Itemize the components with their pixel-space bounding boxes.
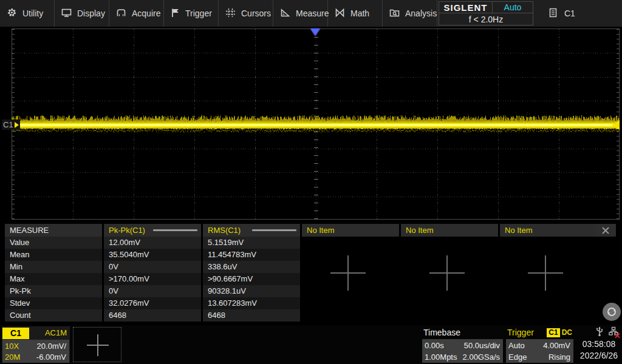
menu-item-display[interactable]: Display [55,0,109,27]
table-row: Count 6468 6468 [5,309,621,322]
volts-per-div: 20.0mV/ [37,341,66,351]
measure-column-empty-1[interactable]: No Item [302,224,399,237]
menu-item-analysis[interactable]: Analysis [383,0,437,27]
brand-logo: SIGLENT [439,2,493,13]
plus-icon [87,334,109,356]
gear-icon [7,7,17,19]
menu-label: Measure [296,8,329,18]
close-icon [601,226,610,235]
trigger-level: 4.00mV [543,340,570,351]
menu-item-acquire[interactable]: Acquire [109,0,164,27]
trigger-frequency: f < 2.0Hz [439,13,533,25]
measure-column-rms[interactable]: RMS(C1) [203,224,300,237]
analysis-icon [389,8,400,19]
table-row: Stdev 32.0276mV 13.607283mV [5,297,621,309]
trigger-title: Trigger [507,328,534,337]
memory-depth: 1.00Mpts [425,352,457,362]
list-icon [549,8,557,19]
channel1-descriptor[interactable]: C1 AC1M 10X 20.0mV/ 20M -6.00mV [2,326,70,363]
oscilloscope-screen: Utility Display Acquire Trigger Cursors [0,0,622,364]
cursors-icon [225,8,236,19]
time-per-div: 50.0us/div [464,340,500,351]
acquire-icon [116,8,126,19]
menu-label: Trigger [185,8,212,18]
flag-icon [171,8,180,19]
display-icon [61,8,72,19]
menu-item-utility[interactable]: Utility [0,0,55,27]
menu-label: C1 [564,8,575,18]
menu-item-trigger[interactable]: Trigger [164,0,219,27]
system-time: 03:58:08 [583,339,616,350]
menu-item-measure[interactable]: Measure [273,0,328,27]
refresh-icon [605,305,618,318]
bottom-bar: C1 AC1M 10X 20.0mV/ 20M -6.00mV Timebase [0,325,622,364]
measure-title: MEASURE [5,224,102,237]
add-channel-button[interactable] [73,327,121,362]
measure-icon [280,8,290,19]
lan-disconnected-icon: ✕ [609,326,618,339]
system-date: 2022/6/26 [580,350,618,362]
timebase-title: Timebase [423,328,460,337]
add-measurement-button[interactable] [528,255,563,291]
menu-bar: Utility Display Acquire Trigger Cursors [0,0,622,27]
menu-label: Math [350,8,369,18]
measure-column-pkpk[interactable]: Pk-Pk(C1) [104,224,201,237]
acquisition-status: Auto [493,2,533,13]
waveform-display: C1 [0,27,622,223]
timebase-descriptor[interactable]: Timebase 0.00s 50.0us/div 1.00Mpts 2.00G… [422,326,503,363]
add-measurement-button[interactable] [429,255,465,291]
trigger-descriptor[interactable]: Trigger C1 DC Auto 4.00mV Edge Rising [506,326,573,363]
channel1-offset-marker[interactable]: C1 [2,120,20,130]
add-measurement-button[interactable] [330,255,366,291]
trigger-mode: Auto [508,340,525,351]
menu-label: Analysis [405,8,437,18]
menu-label: Cursors [241,8,271,18]
probe-attenuation: 10X [5,341,19,351]
menu-label: Utility [22,8,43,18]
menu-label: Display [77,8,105,18]
menu-item-channel[interactable]: C1 [543,0,595,27]
disconnected-x-icon: ✕ [614,331,621,340]
trigger-level-marker[interactable] [612,120,620,130]
channel-arrow-icon [15,122,19,128]
math-icon [335,8,345,19]
system-status: ✕ 03:58:08 2022/6/26 [576,326,622,363]
close-measure-button[interactable] [595,224,616,237]
menu-label: Acquire [132,8,160,18]
measure-column-empty-3[interactable]: No Item [500,224,597,237]
menu-item-math[interactable]: Math [328,0,383,27]
trigger-position-marker[interactable] [310,29,320,36]
remove-measurement-icon[interactable] [153,229,197,231]
trigger-coupling-badge: DC [562,328,572,337]
table-row: Value 12.00mV 5.1519mV [5,237,621,249]
bandwidth-limit: 20M [5,352,20,362]
usb-icon [595,326,604,339]
trigger-slope: Rising [549,352,570,362]
sample-rate: 2.00GSa/s [463,352,500,362]
channel1-coupling: AC1M [45,328,70,337]
menu-item-cursors[interactable]: Cursors [219,0,273,27]
channel-offset: -6.00mV [36,352,66,362]
trigger-delay: 0.00s [425,340,444,351]
rotate-gesture-button[interactable] [603,303,621,321]
trigger-source-badge: C1 [547,328,559,337]
measure-column-empty-2[interactable]: No Item [401,224,498,237]
remove-measurement-icon[interactable] [252,229,296,231]
channel1-badge[interactable]: C1 [2,328,29,339]
trigger-type: Edge [508,352,527,362]
channel1-trace [12,29,620,220]
status-block: SIGLENT Auto f < 2.0Hz [439,1,533,25]
